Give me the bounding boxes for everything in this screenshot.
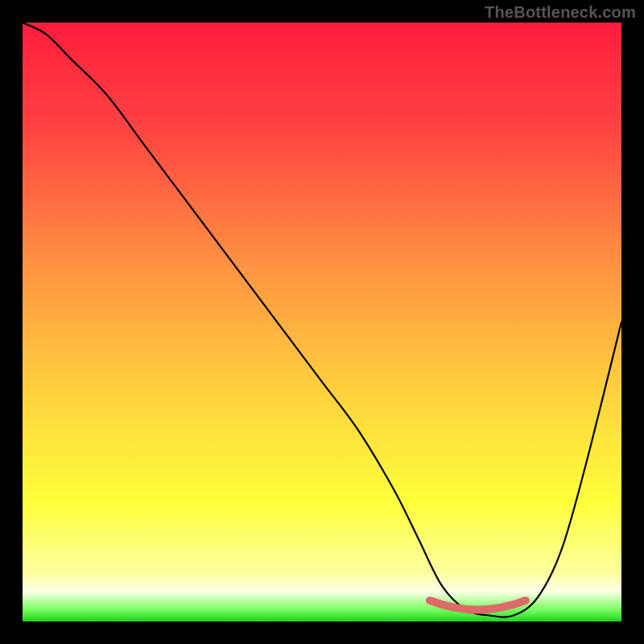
chart-frame: TheBottleneck.com [0,0,644,644]
plot-area [23,23,621,621]
gradient-background [23,23,621,621]
watermark-text: TheBottleneck.com [485,3,636,22]
bottleneck-chart [23,23,621,621]
